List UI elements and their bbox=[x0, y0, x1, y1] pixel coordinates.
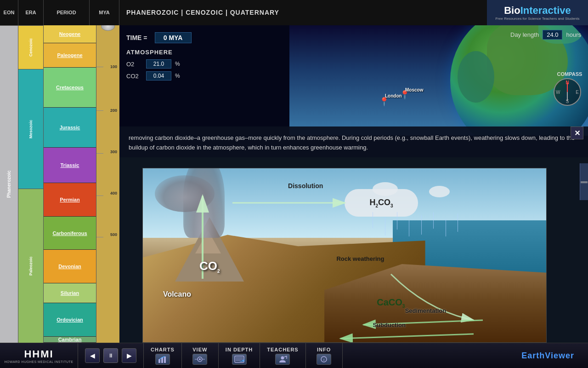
neogene-period[interactable]: Neogene bbox=[44, 25, 96, 43]
compass-rose: N S E W bbox=[554, 78, 581, 106]
in-depth-toolbar-item[interactable]: IN DEPTH bbox=[219, 343, 260, 368]
mya-100-tick: 100 bbox=[110, 64, 117, 69]
mya-100-line bbox=[96, 67, 103, 67]
co2-diagram-label: CO2 bbox=[199, 259, 220, 274]
dissolution-label: Dissolution bbox=[288, 182, 323, 190]
mya-200-tick: 200 bbox=[110, 108, 117, 113]
rain-5 bbox=[421, 215, 422, 235]
in-depth-label: IN DEPTH bbox=[226, 347, 253, 352]
volcano-label: Volcano bbox=[163, 290, 191, 299]
app-header: EON ERA PERIOD MYA PHANEROZOIC | CENOZOI… bbox=[0, 0, 588, 25]
devonian-period[interactable]: Devonian bbox=[44, 250, 96, 283]
permian-period[interactable]: Permian bbox=[44, 183, 96, 217]
rock-weathering-label: Rock weathering bbox=[336, 255, 384, 262]
o2-value: 21.0 bbox=[146, 59, 171, 69]
earthviewer-label: EarthViewer bbox=[512, 351, 583, 361]
eon-column: Phanerozoic bbox=[0, 25, 18, 343]
view-icon bbox=[192, 354, 207, 365]
subduction-label: Subduction bbox=[373, 322, 406, 328]
teachers-toolbar-item[interactable]: TEACHERS bbox=[260, 343, 306, 368]
info-toolbar-item[interactable]: INFO i bbox=[306, 343, 343, 368]
compass-needle bbox=[567, 83, 568, 101]
o2-unit: % bbox=[175, 61, 180, 67]
mya-300-tick: 300 bbox=[110, 150, 117, 154]
controls-area: TIME = 0 MYA ATMOSPHERE O2 21.0 % CO2 0.… bbox=[119, 25, 289, 126]
globe-area: 📍 London 📍 Moscow bbox=[289, 25, 588, 136]
next-button[interactable]: ▶ bbox=[122, 348, 136, 363]
ordovician-period[interactable]: Ordovician bbox=[44, 303, 96, 337]
continent-atlantic bbox=[458, 51, 494, 103]
breadcrumb: PHANEROZOIC | CENOZOIC | QUATERNARY bbox=[119, 0, 487, 25]
cretaceous-period[interactable]: Cretaceous bbox=[44, 68, 96, 108]
svg-point-10 bbox=[199, 358, 201, 360]
moscow-label: Moscow bbox=[405, 87, 423, 92]
playback-controls: ◀ ⏸ ▶ bbox=[78, 343, 144, 368]
charts-toolbar-item[interactable]: CHARTS bbox=[144, 343, 182, 368]
charts-label: CHARTS bbox=[151, 347, 175, 352]
earthviewer-branding: EarthViewer bbox=[343, 351, 588, 361]
caco3-label: CaCO3 bbox=[377, 297, 405, 309]
view-toolbar-item[interactable]: VIEW bbox=[182, 343, 219, 368]
mya-400-tick: 400 bbox=[110, 191, 117, 196]
svg-text:i: i bbox=[323, 358, 324, 362]
bottom-toolbar: HHMI HOWARD HUGHES MEDICAL INSTITUTE ◀ ⏸… bbox=[0, 343, 588, 368]
atmosphere-title: ATMOSPHERE bbox=[126, 49, 283, 56]
pause-button[interactable]: ⏸ bbox=[103, 348, 118, 363]
main-content-area: 📍 London 📍 Moscow TIME = 0 MYA ATMOSPHER… bbox=[119, 25, 588, 343]
co2-unit: % bbox=[175, 73, 180, 79]
hhmi-subtitle: HOWARD HUGHES MEDICAL INSTITUTE bbox=[5, 360, 74, 363]
previous-button[interactable]: ◀ bbox=[85, 348, 100, 363]
sedimentation-label: Sedimentation bbox=[405, 307, 447, 314]
triassic-period[interactable]: Triassic bbox=[44, 148, 96, 183]
svg-rect-6 bbox=[158, 359, 160, 363]
rain-2 bbox=[385, 217, 385, 236]
o2-label: O2 bbox=[126, 61, 142, 68]
close-button[interactable]: ✕ bbox=[571, 126, 583, 139]
rain-3 bbox=[397, 212, 397, 230]
co2-value: 0.04 bbox=[146, 71, 171, 80]
mya-column-header: MYA bbox=[90, 0, 119, 25]
era-column: Cenozoic Mesozoic Paleozoic bbox=[18, 25, 44, 343]
smoke-cloud bbox=[155, 175, 215, 212]
mya-200-line bbox=[96, 110, 103, 111]
rain-8 bbox=[458, 213, 458, 232]
h2co3-label: H2CO3 bbox=[369, 198, 393, 208]
rain-4 bbox=[409, 220, 409, 236]
geological-timescale-panel: Phanerozoic Cenozoic Mesozoic Paleozoic … bbox=[0, 25, 119, 343]
info-overlay: removing carbon dioxide–a greenhouse gas… bbox=[119, 126, 588, 157]
in-depth-icon bbox=[232, 354, 247, 365]
period-column-header: PERIOD bbox=[44, 0, 90, 25]
teachers-label: TEACHERS bbox=[267, 347, 299, 352]
co2-label: CO2 bbox=[126, 73, 142, 80]
carboniferous-period[interactable]: Carboniferous bbox=[44, 217, 96, 250]
silurian-period[interactable]: Silurian bbox=[44, 283, 96, 304]
carbon-cycle-diagram: H2CO3 bbox=[142, 168, 547, 343]
time-display: TIME = 0 MYA bbox=[126, 32, 283, 43]
paleogene-period[interactable]: Paleogene bbox=[44, 43, 96, 68]
phanerozoic-eon-cell: Phanerozoic bbox=[0, 25, 18, 343]
period-column: Neogene Paleogene Cretaceous Jurassic Tr… bbox=[44, 25, 96, 343]
co2-row: CO2 0.04 % bbox=[126, 71, 283, 80]
info-label: INFO bbox=[317, 347, 331, 352]
svg-rect-8 bbox=[164, 356, 166, 363]
cambrian-period[interactable]: Cambrian bbox=[44, 337, 96, 343]
svg-point-18 bbox=[281, 356, 284, 359]
eon-column-header: EON bbox=[0, 0, 18, 25]
side-panel-handle[interactable]: || bbox=[580, 163, 588, 200]
day-length-display: Day length 24.0 hours bbox=[510, 30, 581, 40]
mya-500-tick: 500 bbox=[110, 232, 117, 237]
hhmi-logo: HHMI bbox=[24, 348, 53, 360]
mya-column: 100 200 300 400 500 bbox=[96, 25, 119, 343]
era-column-header: ERA bbox=[18, 0, 44, 25]
rain-1 bbox=[373, 212, 373, 228]
compass-widget: COMPASS N S E W bbox=[554, 71, 586, 104]
mya-400-line bbox=[96, 196, 103, 196]
time-value: 0 MYA bbox=[155, 32, 192, 43]
info-icon: i bbox=[317, 354, 331, 365]
h2co3-cloud-bubble2 bbox=[429, 186, 450, 197]
paleozoic-era-cell: Paleozoic bbox=[18, 189, 43, 343]
rain-7 bbox=[446, 219, 446, 236]
mesozoic-era-cell: Mesozoic bbox=[18, 69, 43, 189]
jurassic-period[interactable]: Jurassic bbox=[44, 108, 96, 148]
teachers-icon bbox=[275, 354, 290, 365]
